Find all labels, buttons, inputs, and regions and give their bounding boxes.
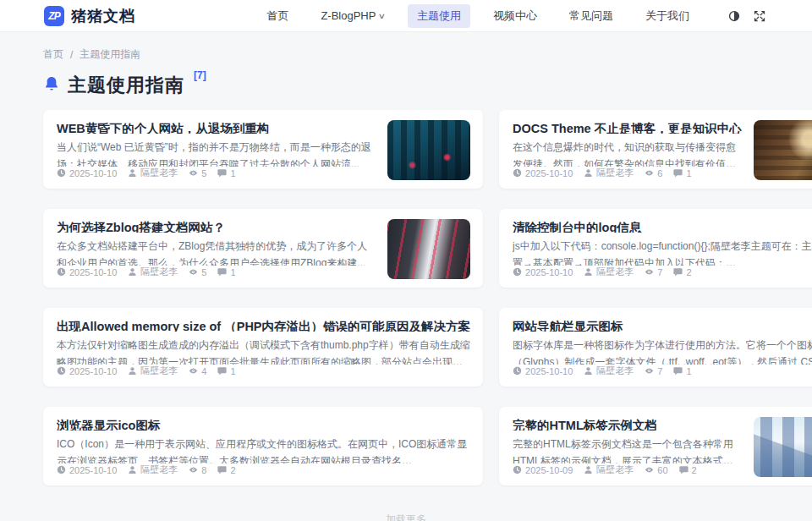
article-author: 隔壁老李: [596, 266, 634, 278]
eye-icon: [645, 267, 654, 277]
eye-icon: [645, 465, 654, 474]
views-count: 7: [657, 366, 662, 376]
comment-icon: [673, 267, 683, 277]
article-author: 隔壁老李: [596, 365, 634, 377]
article-title[interactable]: 为何选择Zblog搭建文档网站？: [57, 220, 376, 233]
article-card[interactable]: 出现Allowed memory size of （PHP内存溢出）错误的可能原…: [43, 308, 483, 387]
article-meta: 2025-10-10 隔壁老李 5: [57, 266, 376, 278]
article-title[interactable]: DOCS Theme 不止是博客，更是知识中心: [513, 121, 742, 134]
breadcrumb: 首页 / 主题使用指南: [43, 47, 769, 62]
navbar: ZP 猪猪文档 首页 Z-BlogPHP ∨ 主题使用 视频中心 常见问题 关于…: [0, 0, 812, 32]
fullscreen-button[interactable]: [753, 9, 766, 23]
article-thumbnail[interactable]: [387, 120, 470, 180]
comments-count: 1: [230, 267, 235, 277]
article-author: 隔壁老李: [596, 463, 634, 476]
article-title[interactable]: 出现Allowed memory size of （PHP内存溢出）错误的可能原…: [57, 319, 470, 332]
brand-logo-icon: ZP: [44, 6, 64, 26]
user-icon: [584, 465, 593, 474]
article-card[interactable]: WEB黄昏下的个人网站，从退场到重构 当人们说“Web 已近黄昏”时，指的并不是…: [43, 110, 483, 189]
article-author: 隔壁老李: [140, 266, 178, 278]
article-title[interactable]: 浏览器显示ico图标: [57, 418, 470, 431]
user-icon: [128, 267, 137, 277]
nav-item-3[interactable]: 视频中心: [484, 4, 546, 28]
article-date: 2025-10-10: [525, 366, 573, 376]
article-title[interactable]: 完整的HTML标签示例文档: [513, 418, 742, 431]
article-excerpt: ICO（Icon）是一种用于表示网站、应用程序或文件的图标格式。在网页中，ICO…: [57, 436, 470, 463]
views-count: 60: [657, 465, 667, 475]
views-count: 6: [657, 168, 662, 178]
post-count-badge: [7]: [194, 69, 206, 81]
user-icon: [584, 267, 593, 277]
article-meta: 2025-10-10 隔壁老李 4: [57, 365, 470, 377]
article-meta: 2025-10-10 隔壁老李 8: [57, 463, 470, 476]
nav-item-4[interactable]: 常见问题: [560, 4, 623, 28]
eye-icon: [189, 168, 198, 178]
cards-grid: WEB黄昏下的个人网站，从退场到重构 当人们说“Web 已近黄昏”时，指的并不是…: [43, 110, 769, 485]
clock-icon: [57, 366, 66, 376]
article-date: 2025-10-10: [525, 267, 573, 277]
article-date: 2025-10-09: [525, 465, 573, 475]
article-author: 隔壁老李: [596, 167, 634, 179]
comment-icon: [217, 465, 227, 474]
eye-icon: [645, 168, 654, 178]
chevron-down-icon: ∨: [378, 12, 386, 20]
user-icon: [128, 366, 137, 376]
brand[interactable]: ZP 猪猪文档: [44, 6, 135, 26]
comments-count: 1: [230, 168, 235, 178]
article-thumbnail[interactable]: [387, 219, 470, 279]
article-card[interactable]: 完整的HTML标签示例文档 完整的HTML标签示例文档这是一个包含各种常用HTM…: [499, 407, 812, 485]
article-card[interactable]: 网站导航栏显示图标 图标字体库是一种将图标作为字体进行使用的方法。它将一个个图标…: [499, 308, 812, 387]
views-count: 4: [201, 366, 206, 376]
user-icon: [128, 168, 137, 178]
article-title[interactable]: WEB黄昏下的个人网站，从退场到重构: [57, 121, 376, 134]
article-date: 2025-10-10: [69, 267, 117, 277]
nav-menu: 首页 Z-BlogPHP ∨ 主题使用 视频中心 常见问题 关于我们: [257, 4, 699, 28]
load-more-button[interactable]: 加载更多: [43, 513, 769, 521]
comments-count: 1: [230, 366, 235, 376]
clock-icon: [513, 168, 522, 178]
article-excerpt: 在这个信息爆炸的时代，知识的获取与传播变得愈发便捷。然而，如何在繁杂的信息中找到…: [513, 140, 742, 167]
article-card[interactable]: DOCS Theme 不止是博客，更是知识中心 在这个信息爆炸的时代，知识的获取…: [499, 110, 812, 189]
eye-icon: [645, 366, 654, 376]
article-card[interactable]: 清除控制台中的log信息 js中加入以下代码：console.log=funct…: [499, 209, 812, 288]
article-excerpt: 在众多文档站搭建平台中，ZBlog凭借其独特的优势，成为了许多个人和企业用户的首…: [57, 239, 376, 266]
article-author: 隔壁老李: [140, 463, 178, 476]
theme-toggle-button[interactable]: [727, 9, 741, 23]
comment-icon: [217, 168, 227, 178]
clock-icon: [513, 267, 522, 277]
article-date: 2025-10-10: [525, 168, 573, 178]
nav-item-2[interactable]: 主题使用: [408, 4, 470, 28]
article-card[interactable]: 浏览器显示ico图标 ICO（Icon）是一种用于表示网站、应用程序或文件的图标…: [43, 407, 483, 485]
article-card[interactable]: 为何选择Zblog搭建文档网站？ 在众多文档站搭建平台中，ZBlog凭借其独特的…: [43, 209, 483, 288]
article-date: 2025-10-10: [69, 465, 117, 475]
article-title[interactable]: 清除控制台中的log信息: [513, 220, 812, 233]
article-date: 2025-10-10: [69, 168, 117, 178]
comments-count: 2: [230, 465, 235, 475]
user-icon: [584, 168, 593, 178]
article-title[interactable]: 网站导航栏显示图标: [513, 319, 812, 332]
comment-icon: [679, 465, 689, 474]
comment-icon: [673, 366, 683, 376]
article-excerpt: 图标字体库是一种将图标作为字体进行使用的方法。它将一个个图标（Glyphs）制作…: [513, 337, 812, 365]
breadcrumb-home[interactable]: 首页: [43, 47, 63, 62]
article-author: 隔壁老李: [140, 365, 178, 377]
comment-icon: [217, 366, 227, 376]
article-thumbnail[interactable]: [754, 417, 812, 477]
nav-item-1[interactable]: Z-BlogPHP ∨: [311, 5, 394, 26]
eye-icon: [189, 267, 198, 277]
views-count: 7: [657, 267, 662, 277]
nav-item-0[interactable]: 首页: [257, 4, 298, 28]
article-meta: 2025-10-10 隔壁老李 7: [513, 266, 812, 278]
comments-count: 2: [692, 465, 697, 475]
article-meta: 2025-10-09 隔壁老李 60: [513, 463, 742, 476]
user-icon: [584, 366, 593, 376]
clock-icon: [513, 465, 522, 474]
comments-count: 2: [686, 267, 691, 277]
clock-icon: [57, 267, 66, 277]
article-thumbnail[interactable]: [754, 120, 812, 180]
bell-icon: [43, 75, 60, 92]
page-title: 主题使用指南: [68, 73, 184, 98]
nav-item-5[interactable]: 关于我们: [636, 4, 699, 28]
views-count: 8: [201, 465, 206, 475]
user-icon: [128, 465, 137, 474]
